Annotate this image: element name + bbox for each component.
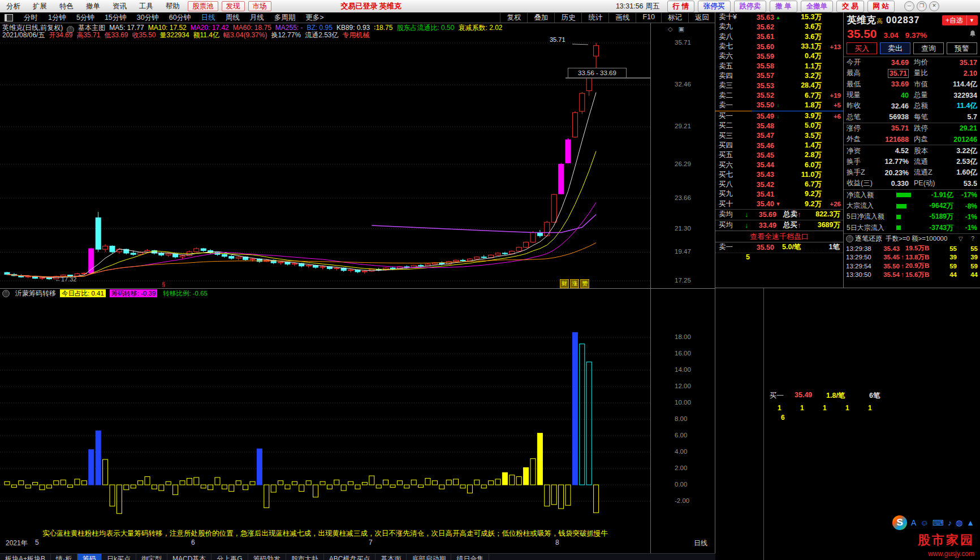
trade-button[interactable]: 网 站	[867, 1, 895, 12]
alert-button[interactable]: 预警	[947, 42, 977, 54]
full-depth-link[interactable]: 查看全速千档盘口	[715, 231, 843, 242]
ask-row[interactable]: 卖四35.573.2万	[715, 71, 843, 81]
ask-row[interactable]: 卖五35.581.1万	[715, 61, 843, 71]
bid-row[interactable]: 买九35.419.2万	[715, 189, 843, 199]
bid-row[interactable]: 买六35.446.0万	[715, 160, 843, 170]
ask-row[interactable]: 卖十¥35.63▲15.3万	[715, 12, 843, 22]
trade-button[interactable]: 行 情	[667, 1, 694, 12]
restore-button[interactable]: ❐	[917, 1, 927, 11]
bottom-tab-情·析[interactable]: 情·析	[51, 554, 77, 560]
bid-row[interactable]: 买八35.426.7万	[715, 180, 843, 189]
indicator-canvas[interactable]	[0, 298, 650, 528]
bottom-tab-分上再G[interactable]: 分上再G	[211, 554, 248, 560]
add-favorite-button[interactable]: +自选 ▼	[942, 15, 978, 25]
quick-chip-财[interactable]: 财	[560, 279, 569, 288]
menu-item[interactable]: 工具	[133, 2, 159, 11]
bid-row[interactable]: 买一35.49↓3.9万+6	[715, 111, 843, 121]
indicator-bar	[446, 480, 451, 485]
layout-icon[interactable]	[5, 14, 13, 21]
menu-item[interactable]: 资讯	[106, 2, 133, 11]
bottom-tab-筹码[interactable]: 筹码	[77, 554, 102, 560]
alert-bell-icon[interactable]	[969, 30, 977, 38]
favorite-dropdown-icon[interactable]: ▼	[966, 15, 974, 25]
bottom-tab-板块A+板块B[interactable]: 板块A+板块B	[0, 554, 51, 560]
menu-item[interactable]: 扩展	[27, 2, 53, 11]
bottom-tab-日k买点[interactable]: 日k买点	[102, 554, 136, 560]
hot-menu-item[interactable]: 股票池	[188, 1, 218, 11]
chart-option-icons[interactable]: ◇▣	[668, 25, 690, 33]
bottom-tab-ABC横盘买点[interactable]: ABC横盘买点	[324, 554, 376, 560]
menu-item[interactable]: 特色	[53, 2, 80, 11]
period-tab-15分钟[interactable]: 15分钟	[105, 13, 127, 23]
minimize-button[interactable]: ─	[904, 1, 914, 11]
ask-row[interactable]: 卖二35.526.7万+19	[715, 90, 843, 100]
toolbar-item-叠加[interactable]: 叠加	[527, 13, 554, 23]
bottom-tab-MACD基本[interactable]: MACD基本	[167, 554, 211, 560]
bid-row[interactable]: 买二35.485.0万	[715, 121, 843, 131]
ask-row[interactable]: 卖九35.623.6万	[715, 22, 843, 32]
trade-button[interactable]: 张停买	[698, 1, 731, 12]
menu-item[interactable]: 分析	[0, 2, 27, 11]
bottom-tab-股市大卦[interactable]: 股市大卦	[286, 554, 324, 560]
ask-row[interactable]: 卖三35.5328.4万	[715, 81, 843, 90]
toolbar-item-F10[interactable]: F10	[636, 13, 661, 23]
quick-chip-赞[interactable]: 赞	[580, 279, 589, 288]
trade-button[interactable]: 撤 单	[770, 1, 797, 12]
trade-button[interactable]: 全撤单	[801, 1, 834, 12]
buy-button[interactable]: 买入	[847, 42, 877, 54]
hot-menu-item[interactable]: 市场	[248, 1, 271, 11]
bottom-tab-底部启动期[interactable]: 底部启动期	[407, 554, 451, 560]
indicator-dropdown-icon[interactable]: ˇ	[2, 290, 10, 297]
query-button[interactable]: 查询	[913, 42, 944, 54]
menu-item[interactable]: 撤单	[80, 2, 106, 11]
footer-icon[interactable]: ◍	[956, 518, 962, 527]
high-price-annotation: 35.71	[550, 36, 565, 43]
toolbar-item-统计[interactable]: 统计	[581, 13, 608, 23]
bid-row[interactable]: 买四35.461.4万	[715, 141, 843, 150]
trade-button[interactable]: 交 易	[836, 1, 864, 12]
bid-row[interactable]: 买三35.473.5万	[715, 131, 843, 141]
stat-row: 涨停35.71跌停29.21	[844, 123, 980, 134]
period-tab-多周期[interactable]: 多周期	[274, 13, 296, 23]
ask-row[interactable]: 卖六35.590.4万	[715, 51, 843, 61]
ask-row[interactable]: 卖一35.50↓1.8万+5	[715, 101, 843, 110]
bottom-tab-绩日合集[interactable]: 绩日合集	[451, 554, 489, 560]
main-chart-canvas[interactable]	[0, 37, 650, 288]
footer-icon[interactable]: A	[911, 518, 916, 527]
quick-chip-涨[interactable]: 涨	[570, 279, 579, 288]
bottom-tab-基本面[interactable]: 基本面	[375, 554, 407, 560]
toolbar-item-历史[interactable]: 历史	[554, 13, 581, 23]
hot-menu-item[interactable]: 发现	[222, 1, 245, 11]
bid-row[interactable]: 买五35.452.8万	[715, 150, 843, 160]
bid-row[interactable]: 买七35.4311.0万	[715, 170, 843, 180]
toolbar-item-返回[interactable]: 返回	[688, 13, 715, 23]
footer-icon[interactable]: ♪	[948, 518, 952, 527]
ask-row[interactable]: 卖七35.6033.1万+13	[715, 42, 843, 51]
sell-button[interactable]: 卖出	[880, 42, 910, 54]
bid-row[interactable]: 买十35.40▼9.2万+26	[715, 199, 843, 209]
period-tab-分时[interactable]: 分时	[24, 13, 38, 23]
footer-icon[interactable]: ⌨	[932, 518, 944, 527]
period-tab-月线[interactable]: 月线	[250, 13, 264, 23]
ask-row[interactable]: 卖八35.613.6万	[715, 32, 843, 42]
transactions-dropdown-icon[interactable]: ˇ	[846, 235, 853, 242]
close-button[interactable]: ✕	[929, 1, 939, 11]
footer-icon[interactable]: ▲	[966, 518, 974, 527]
period-tab-更多>[interactable]: 更多>	[305, 13, 323, 23]
toolbar-item-复权[interactable]: 复权	[500, 13, 527, 23]
bottom-tab-御宝型[interactable]: 御宝型	[136, 554, 167, 560]
last-price: 35.50	[847, 27, 877, 41]
period-tab-1分钟[interactable]: 1分钟	[48, 13, 66, 23]
transactions-filter-icons[interactable]: ▽ ?	[959, 236, 978, 242]
toolbar-item-标记[interactable]: 标记	[661, 13, 688, 23]
menu-item[interactable]: 帮助	[159, 2, 186, 11]
period-tab-5分钟[interactable]: 5分钟	[76, 13, 94, 23]
period-tab-周线[interactable]: 周线	[226, 13, 240, 23]
period-tab-60分钟[interactable]: 60分钟	[169, 13, 191, 23]
trade-button[interactable]: 跌停卖	[734, 1, 767, 12]
footer-icon[interactable]: ☺	[920, 518, 928, 527]
bottom-tab-筹码勃发[interactable]: 筹码勃发	[248, 554, 286, 560]
toolbar-item-画线[interactable]: 画线	[608, 13, 636, 23]
period-tab-30分钟[interactable]: 30分钟	[137, 13, 159, 23]
period-tab-日线[interactable]: 日线	[201, 13, 215, 23]
